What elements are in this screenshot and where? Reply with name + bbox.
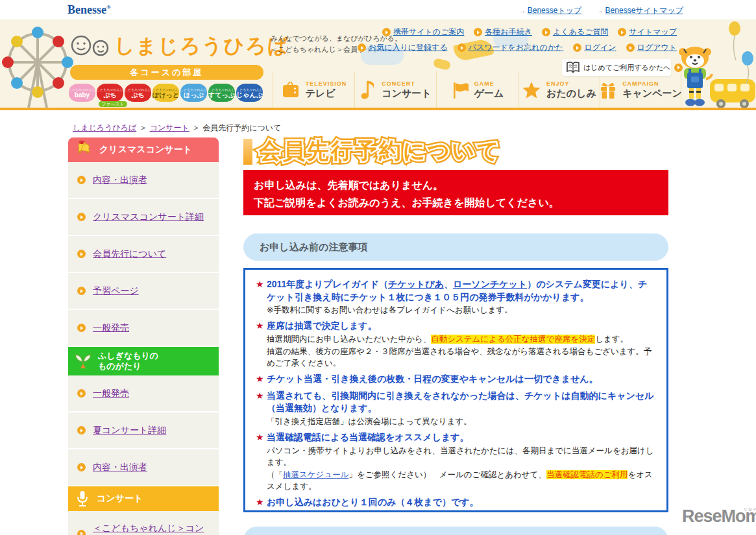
sidebar-item[interactable]: 夏コンサート詳細 bbox=[68, 412, 219, 448]
course-badge-step[interactable]: こどもちゃれんじすてっぷ bbox=[208, 84, 235, 102]
arrow-circle-icon bbox=[626, 43, 635, 52]
quick-links-row1: 携帯サイトのご案内 各種お手続き よくあるご質問 サイトマップ bbox=[372, 27, 677, 38]
sidebar-item[interactable]: 一般発売 bbox=[68, 375, 219, 411]
arrow-icon: → bbox=[519, 7, 526, 14]
star-icon: ★ bbox=[256, 320, 264, 333]
highlighted-text: 自動システムによる公正な抽選で座席を決定 bbox=[431, 335, 595, 344]
notice-item-fees: ★ 2011年度よりプレイガイド（チケットぴあ、ローソンチケット）のシステム変更… bbox=[256, 278, 656, 316]
page: Benesse® →Benesseトップ →Benesseサイトマップ bbox=[0, 0, 756, 535]
arrow-circle-icon bbox=[457, 43, 466, 52]
quick-link-faq[interactable]: よくあるご質問 bbox=[553, 27, 608, 38]
sidebar-item[interactable]: 一般発売 bbox=[68, 310, 219, 346]
notice-item-lottery: ★ 座席は抽選で決定します。 抽選期間内にお申し込みいただいた中から、自動システ… bbox=[256, 320, 656, 369]
quick-link-login[interactable]: ログイン bbox=[584, 42, 616, 53]
balloons-decoration bbox=[726, 21, 755, 86]
christmas-bells-icon bbox=[73, 139, 94, 160]
arrow-circle-icon bbox=[358, 43, 366, 52]
site-title[interactable]: しまじろうひろば bbox=[114, 32, 289, 60]
top-links: →Benesseトップ →Benesseサイトマップ bbox=[506, 5, 683, 16]
arrow-circle-icon bbox=[474, 28, 482, 36]
link-lottery-schedule[interactable]: 抽選スケジュール bbox=[283, 470, 348, 479]
arrow-circle-icon bbox=[77, 530, 86, 535]
quick-link-procedures[interactable]: 各種お手続き bbox=[485, 27, 532, 38]
microphone-icon bbox=[73, 490, 91, 508]
breadcrumb-concert[interactable]: コンサート bbox=[150, 123, 189, 132]
breadcrumb-home[interactable]: しまじろうひろば bbox=[73, 123, 136, 132]
arrow-circle-icon bbox=[77, 463, 86, 471]
sidebar: クリスマスコンサート 内容・出演者 クリスマスコンサート詳細 会員先行について … bbox=[68, 137, 219, 535]
breadcrumb: しまじろうひろば>コンサート>会員先行予約について bbox=[73, 123, 281, 134]
course-badge-baby[interactable]: こどもちゃれんじbaby bbox=[69, 84, 95, 102]
arrow-circle-icon bbox=[77, 324, 86, 332]
notice-item-no-changes: ★ チケット当選・引き換え後の枚数・日程の変更やキャンセルは一切できません。 bbox=[256, 373, 656, 386]
course-badge-jump[interactable]: こどもちゃれんじじゃんぷ bbox=[236, 84, 263, 102]
star-icon: ★ bbox=[256, 390, 264, 403]
link-ticket-pia[interactable]: チケットぴあ bbox=[388, 279, 444, 289]
arrow-circle-icon bbox=[77, 213, 86, 221]
music-note-icon bbox=[360, 80, 376, 100]
flag-icon bbox=[451, 80, 469, 100]
star-icon: ★ bbox=[256, 431, 264, 444]
sidebar-header-christmas-concert: クリスマスコンサート bbox=[68, 137, 219, 162]
arrow-circle-icon bbox=[77, 389, 86, 398]
link-benesse-sitemap[interactable]: Benesseサイトマップ bbox=[605, 6, 683, 15]
quick-link-sitemap[interactable]: サイトマップ bbox=[629, 27, 677, 38]
course-badge-puchi-first[interactable]: こどもちゃれんじぷちファースト bbox=[97, 84, 123, 102]
arrow-circle-icon bbox=[542, 28, 550, 36]
notice-item-cancel: ★ 当選されても、引換期間内に引き換えをされなかった場合は、チケットは自動的にキ… bbox=[256, 390, 656, 427]
doodle-decoration bbox=[433, 58, 452, 71]
quick-link-mobile-site[interactable]: 携帯サイトのご案内 bbox=[393, 27, 464, 38]
arrow-icon: → bbox=[597, 7, 604, 14]
sidebar-header-concert: コンサート bbox=[68, 486, 219, 511]
site-header: しまじろうひろば みんなでつながる、まなびがひろがる。 ＜こどもちゃれんじ＞会員… bbox=[0, 19, 756, 108]
nav-enjoy[interactable]: ENJOYおたのしみ bbox=[518, 71, 600, 108]
quick-link-logout[interactable]: ログアウト bbox=[637, 42, 677, 53]
sidebar-item[interactable]: 内容・出演者 bbox=[68, 449, 219, 485]
notice-section-header: お申し込み前の注意事項 bbox=[243, 233, 668, 261]
next-section-header-partial bbox=[243, 527, 668, 535]
arrow-circle-icon bbox=[77, 176, 86, 184]
header-divider bbox=[0, 108, 756, 110]
arrow-circle-icon bbox=[618, 28, 626, 36]
nav-concert[interactable]: CONCERTコンサート bbox=[354, 71, 436, 108]
course-badge-pocket[interactable]: こどもちゃれんじぽけっと bbox=[152, 84, 179, 102]
sidebar-item[interactable]: 会員先行について bbox=[68, 236, 219, 272]
quick-link-bookmark[interactable]: お気に入りに登録する bbox=[369, 42, 448, 53]
sidebar-item[interactable]: 内容・出演者 bbox=[68, 162, 219, 198]
breadcrumb-current: 会員先行予約について bbox=[202, 123, 281, 132]
quick-links-row2: お気に入りに登録する パスワードをお忘れのかた ログイン ログアウト bbox=[348, 42, 677, 53]
star-icon: ★ bbox=[256, 278, 264, 291]
arrow-circle-icon bbox=[77, 250, 86, 258]
book-icon bbox=[566, 62, 580, 73]
page-title: 会員先行予約について 会員先行予約について 会員先行予約について bbox=[259, 136, 501, 166]
highlighted-text: 当選確認電話のご利用 bbox=[546, 470, 628, 479]
star-icon: ★ bbox=[256, 373, 264, 386]
shimajiro-character bbox=[676, 45, 714, 108]
sidebar-item[interactable]: ＜こどもちゃれんじ＞コンサートとは bbox=[68, 511, 219, 535]
sidebar-item[interactable]: クリスマスコンサート詳細 bbox=[68, 199, 219, 235]
quick-link-forgot-password[interactable]: パスワードをお忘れのかた bbox=[469, 42, 564, 53]
seedling-icon bbox=[73, 351, 93, 371]
link-lawson-ticket[interactable]: ローソンチケット bbox=[453, 279, 527, 289]
nav-campaign[interactable]: CAMPAIGNキャンペーン bbox=[600, 71, 681, 108]
notice-item-phone-confirm: ★ 当選確認電話による当選確認をオススメします。 パソコン・携帯サイトよりお申し… bbox=[256, 431, 656, 492]
arrow-circle-icon bbox=[77, 426, 86, 434]
first-time-guide-button[interactable]: はじめてご利用するかたへ bbox=[562, 59, 671, 76]
title-accent-bar bbox=[243, 139, 252, 165]
nav-television[interactable]: TELEVISIONテレビ bbox=[273, 71, 354, 108]
nav-game[interactable]: GAMEゲーム bbox=[436, 71, 518, 108]
benesse-logo[interactable]: Benesse® bbox=[67, 3, 111, 17]
star-icon: ★ bbox=[256, 496, 264, 509]
course-badge-puchi[interactable]: こどもちゃれんじぷち bbox=[125, 84, 151, 102]
course-room-button[interactable]: 各コースの部屋 bbox=[70, 65, 263, 80]
tv-icon bbox=[281, 80, 300, 100]
first-tag: ファースト bbox=[99, 101, 127, 107]
sidebar-item[interactable]: 予習ページ bbox=[68, 273, 219, 309]
link-benesse-top[interactable]: Benesseトップ bbox=[528, 6, 582, 15]
sidebar-header-fushigina-mori: ふしぎなもりの ものがたり bbox=[68, 347, 219, 375]
ferris-wheel-illustration bbox=[0, 23, 77, 109]
course-badge-hop[interactable]: こどもちゃれんじほっぷ bbox=[180, 84, 207, 102]
arrow-circle-icon bbox=[382, 28, 391, 36]
star-icon bbox=[522, 80, 541, 100]
notice-box: ★ 2011年度よりプレイガイド（チケットぴあ、ローソンチケット）のシステム変更… bbox=[243, 268, 668, 512]
